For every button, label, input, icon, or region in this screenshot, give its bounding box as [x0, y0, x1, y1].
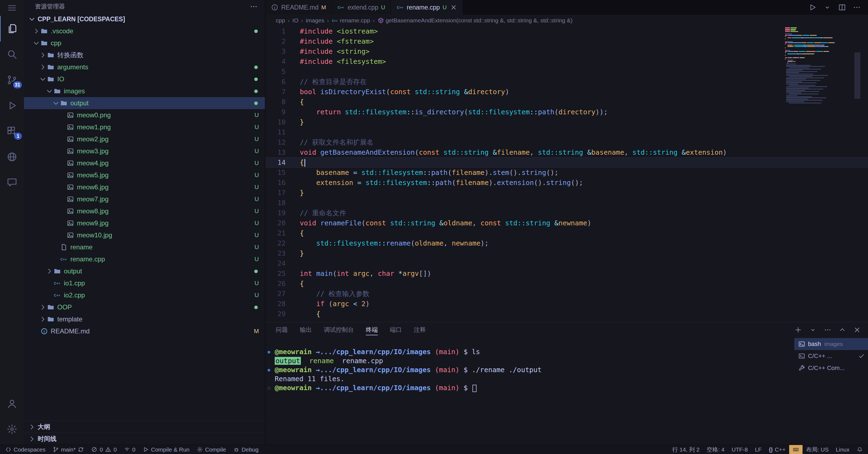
- code-line-8[interactable]: 8{: [266, 97, 868, 107]
- status-ports[interactable]: 0: [120, 445, 139, 454]
- terminal-output[interactable]: ●@meowrain →.../cpp_learn/cpp/IO/images …: [266, 340, 794, 445]
- code-line-24[interactable]: 24: [266, 259, 868, 269]
- terminal-list-item-C/C++ Com...[interactable]: C/C++ Com...: [794, 362, 868, 374]
- panel-action-more-icon[interactable]: [824, 326, 832, 334]
- tree-item-meow4.jpg[interactable]: meow4.jpgU: [24, 157, 265, 169]
- tree-item-rename.cpp[interactable]: C++rename.cppU: [24, 253, 265, 265]
- command-decoration[interactable]: ●: [268, 365, 270, 374]
- code-line-19[interactable]: 19// 重命名文件: [266, 208, 868, 218]
- activity-comments[interactable]: [0, 170, 24, 195]
- status-compile-run[interactable]: Compile & Run: [139, 445, 193, 454]
- action-caret-down-icon[interactable]: [823, 3, 832, 11]
- code-line-14[interactable]: 14{: [266, 157, 868, 168]
- code-line-4[interactable]: 4#include <filesystem>: [266, 57, 868, 67]
- tree-item-template[interactable]: template: [24, 313, 265, 325]
- code-line-9[interactable]: 9 return std::filesystem::is_directory(s…: [266, 107, 868, 117]
- code-line-11[interactable]: 11: [266, 127, 868, 137]
- section-timeline[interactable]: 时间线: [24, 433, 265, 445]
- action-run-icon[interactable]: [809, 3, 817, 11]
- tab-README.md[interactable]: README.mdM: [266, 0, 332, 15]
- activity-run-debug[interactable]: [0, 93, 24, 118]
- activity-source-control[interactable]: 31: [0, 67, 24, 93]
- tree-item-meow9.jpg[interactable]: meow9.jpgU: [24, 217, 265, 229]
- tree-item-cpp[interactable]: cpp: [24, 37, 265, 49]
- tree-item-IO[interactable]: IO: [24, 73, 265, 85]
- tab-rename.cpp[interactable]: C++rename.cppU: [391, 0, 463, 15]
- activity-remote-explorer[interactable]: [0, 144, 24, 170]
- status-keyboard-layout[interactable]: 布局: US: [803, 445, 832, 454]
- panel-tab-终端[interactable]: 终端: [366, 322, 378, 337]
- tree-item-README.md[interactable]: README.mdM: [24, 325, 265, 337]
- more-actions-icon[interactable]: [250, 2, 258, 11]
- terminal-list-item-bash[interactable]: bashimages: [794, 338, 868, 350]
- tree-item-meow10.jpg[interactable]: meow10.jpgU: [24, 229, 265, 241]
- terminal-list-item-C/C++ ...[interactable]: C/C++ ...: [794, 350, 868, 362]
- status-notifications[interactable]: [853, 445, 866, 454]
- tree-item-转换函数[interactable]: 转换函数: [24, 49, 265, 61]
- section-outline[interactable]: 大纲: [24, 421, 265, 433]
- activity-extensions[interactable]: 1: [0, 118, 24, 144]
- breadcrumb-item[interactable]: cpp: [276, 17, 285, 24]
- code-line-29[interactable]: 29 {: [266, 309, 868, 319]
- breadcrumb-item[interactable]: IO: [292, 17, 299, 24]
- command-decoration[interactable]: ●: [268, 347, 270, 356]
- tree-item-io1.cpp[interactable]: C++io1.cppU: [24, 277, 265, 289]
- status-remote-codespaces[interactable]: Codespaces: [2, 445, 49, 454]
- status-language-mode[interactable]: {}C++: [765, 445, 789, 454]
- status-problems[interactable]: 00: [88, 445, 120, 454]
- activity-account[interactable]: [0, 391, 24, 416]
- breadcrumb-item[interactable]: getBasenameAndExtension(const std::strin…: [377, 17, 572, 24]
- tree-item-meow0.png[interactable]: meow0.pngU: [24, 109, 265, 121]
- activity-settings[interactable]: [0, 416, 24, 442]
- status-remote-os[interactable]: Linux: [832, 445, 853, 454]
- code-line-5[interactable]: 5: [266, 67, 868, 77]
- minimap[interactable]: [784, 26, 835, 104]
- tree-item-images[interactable]: images: [24, 85, 265, 97]
- status-git-branch[interactable]: main*: [49, 445, 88, 454]
- panel-tab-输出[interactable]: 输出: [300, 322, 312, 337]
- status-debug[interactable]: Debug: [230, 445, 262, 454]
- code-line-26[interactable]: 26{: [266, 278, 868, 289]
- status-encoding[interactable]: UTF-8: [728, 445, 751, 454]
- code-line-7[interactable]: 7bool isDirectoryExist(const std::string…: [266, 87, 868, 97]
- status-compile[interactable]: Compile: [193, 445, 230, 454]
- panel-tab-问题[interactable]: 问题: [276, 322, 288, 337]
- tree-item-meow1.png[interactable]: meow1.pngU: [24, 121, 265, 133]
- panel-action-close-icon[interactable]: [853, 326, 861, 334]
- tree-item-output[interactable]: output: [24, 265, 265, 277]
- code-line-16[interactable]: 16 extension = std::filesystem::path(fil…: [266, 178, 868, 188]
- tree-item-meow7.jpg[interactable]: meow7.jpgU: [24, 193, 265, 205]
- panel-tab-调试控制台[interactable]: 调试控制台: [324, 322, 354, 337]
- editor[interactable]: 1#include <iostream>2#include <fstream>3…: [266, 26, 868, 322]
- code-line-27[interactable]: 27 // 检查输入参数: [266, 289, 868, 299]
- tree-item-meow2.jpg[interactable]: meow2.jpgU: [24, 133, 265, 145]
- panel-action-add-icon[interactable]: [794, 326, 802, 334]
- tree-item-meow6.jpg[interactable]: meow6.jpgU: [24, 181, 265, 193]
- status-eol[interactable]: LF: [751, 445, 765, 454]
- scrollbar-slider[interactable]: [855, 52, 860, 99]
- activity-menu[interactable]: [0, 0, 24, 16]
- code-line-28[interactable]: 28 if (argc < 2): [266, 299, 868, 309]
- editor-scrollbar[interactable]: [855, 26, 860, 322]
- code-line-12[interactable]: 12// 获取文件名和扩展名: [266, 137, 868, 147]
- code-line-13[interactable]: 13void getBasenameAndExtension(const std…: [266, 147, 868, 157]
- tree-item-meow3.jpg[interactable]: meow3.jpgU: [24, 145, 265, 157]
- breadcrumb-item[interactable]: C++rename.cpp: [332, 17, 370, 24]
- code-line-17[interactable]: 17}: [266, 188, 868, 198]
- tree-item-io2.cpp[interactable]: C++io2.cppU: [24, 289, 265, 301]
- tree-item-meow5.jpg[interactable]: meow5.jpgU: [24, 169, 265, 181]
- status-indentation[interactable]: 空格: 4: [703, 445, 728, 454]
- action-more-icon[interactable]: [853, 3, 861, 11]
- activity-explorer[interactable]: [0, 16, 24, 41]
- code-line-6[interactable]: 6// 检查目录是否存在: [266, 77, 868, 87]
- panel-action-chevron-up-icon[interactable]: [839, 326, 846, 334]
- panel-action-caret-down-icon[interactable]: [809, 326, 817, 334]
- tree-item-.vscode[interactable]: .vscode: [24, 25, 265, 37]
- code-line-2[interactable]: 2#include <fstream>: [266, 36, 868, 47]
- code-line-1[interactable]: 1#include <iostream>: [266, 26, 868, 36]
- tree-item-rename[interactable]: renameU: [24, 241, 265, 253]
- code-line-22[interactable]: 22 std::filesystem::rename(oldname, newn…: [266, 238, 868, 248]
- status-cursor-position[interactable]: 行 14, 列 2: [669, 445, 703, 454]
- code-line-15[interactable]: 15 basename = std::filesystem::path(file…: [266, 168, 868, 178]
- code-line-21[interactable]: 21{: [266, 228, 868, 238]
